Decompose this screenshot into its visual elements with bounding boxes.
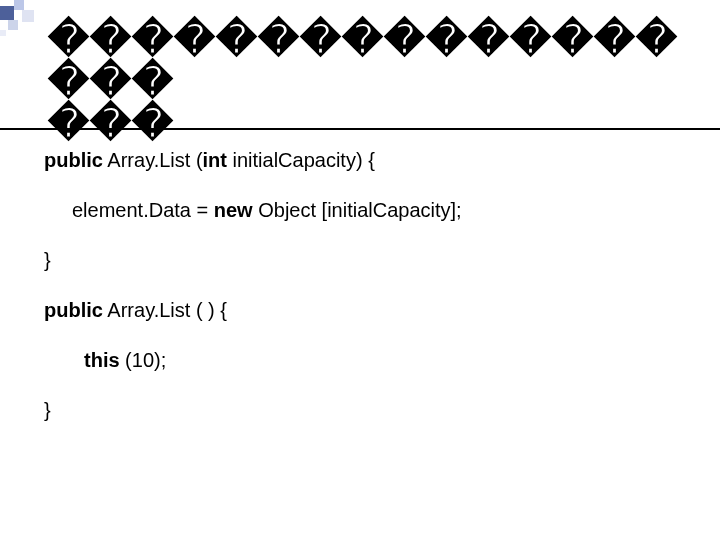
code-text: (10); bbox=[120, 349, 167, 371]
code-line-3: } bbox=[44, 246, 690, 274]
code-line-2: element.Data = new Object [initialCapaci… bbox=[44, 196, 690, 224]
code-brace: } bbox=[44, 399, 51, 421]
slide: ������������������ ��� public Array.List… bbox=[0, 0, 720, 540]
code-text: initialCapacity) { bbox=[227, 149, 375, 171]
code-line-6: } bbox=[44, 396, 690, 424]
title-row-2: ��� bbox=[48, 102, 708, 144]
code-brace: } bbox=[44, 249, 51, 271]
code-text: Object [initialCapacity]; bbox=[253, 199, 462, 221]
keyword-public: public bbox=[44, 149, 103, 171]
divider bbox=[0, 128, 720, 130]
code-line-1: public Array.List (int initialCapacity) … bbox=[44, 146, 690, 174]
title-row-1: ������������������ bbox=[48, 17, 678, 103]
code-body: public Array.List (int initialCapacity) … bbox=[44, 146, 690, 446]
keyword-this: this bbox=[84, 349, 120, 371]
code-text: Array.List ( bbox=[103, 149, 203, 171]
code-text: Array.List ( ) { bbox=[103, 299, 227, 321]
keyword-new: new bbox=[214, 199, 253, 221]
keyword-int: int bbox=[203, 149, 227, 171]
keyword-public: public bbox=[44, 299, 103, 321]
slide-title: ������������������ ��� bbox=[48, 18, 708, 144]
code-line-4: public Array.List ( ) { bbox=[44, 296, 690, 324]
code-text: element.Data = bbox=[72, 199, 214, 221]
code-line-5: this (10); bbox=[44, 346, 690, 374]
corner-decoration bbox=[0, 0, 44, 44]
title-area: ������������������ ��� bbox=[48, 18, 708, 144]
